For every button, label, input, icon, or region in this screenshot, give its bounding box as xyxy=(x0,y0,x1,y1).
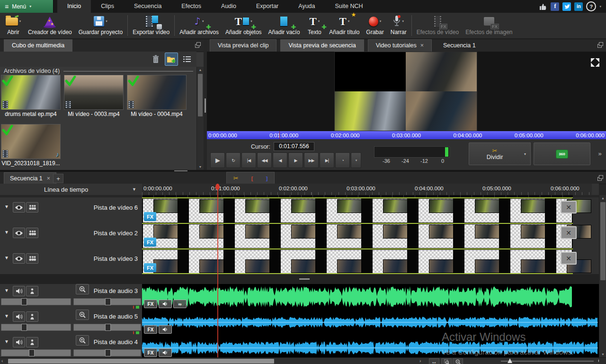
transition-icon[interactable]: ✕ xyxy=(561,226,577,239)
preview-seekbar[interactable]: 0:00:00.000 0:01:00.000 0:02:00.000 0:03… xyxy=(207,131,606,139)
timeline-header[interactable]: Línea de tiempo ▼ xyxy=(0,184,143,195)
add-sequence-button[interactable]: + xyxy=(53,174,63,183)
track-pan-slider[interactable] xyxy=(73,298,141,305)
video-clip[interactable] xyxy=(142,197,573,223)
main-menu-button[interactable]: ≡ Menú ▾ xyxy=(0,0,53,13)
media-item[interactable]: Mi vídeo - 0003.mp4 xyxy=(64,75,124,117)
cursor-time-field[interactable]: 0:01:07.556 xyxy=(274,142,314,151)
undock-panel-icon[interactable] xyxy=(597,175,603,181)
split-button[interactable]: ✂ Dividir xyxy=(469,142,521,165)
tab-suite-nch[interactable]: Suite NCH xyxy=(325,0,373,13)
track-visibility-button[interactable] xyxy=(13,253,25,264)
add-media-folder-button[interactable] xyxy=(165,53,178,66)
add-blank-button[interactable]: + Añadir vacío xyxy=(265,13,303,38)
tracks-scrollbar[interactable]: ▲ ▼ xyxy=(599,195,606,357)
track-group-button[interactable] xyxy=(26,253,38,264)
step-forward-button[interactable]: ▶ xyxy=(288,152,303,168)
open-button[interactable]: ▾ Abrir xyxy=(2,13,25,38)
close-icon[interactable]: × xyxy=(47,175,50,182)
split-dropdown[interactable]: ▾ xyxy=(520,142,531,165)
track-solo-button[interactable] xyxy=(26,286,38,296)
linkedin-icon[interactable]: in xyxy=(574,2,583,11)
playback-options-dropdown[interactable]: ▾ xyxy=(351,152,361,168)
playhead-line[interactable] xyxy=(217,184,218,357)
hscroll-thumb[interactable] xyxy=(8,359,274,364)
collapse-track-icon[interactable]: ▼ xyxy=(4,313,9,319)
scroll-up-icon[interactable]: ▲ xyxy=(197,67,204,73)
tab-audio[interactable]: Audio xyxy=(211,0,246,13)
tab-clip-preview[interactable]: Vista previa del clip xyxy=(210,39,276,52)
fx-badge[interactable]: FX xyxy=(144,348,157,357)
tab-ayuda[interactable]: Ayuda xyxy=(288,0,325,13)
zoom-out-button[interactable] xyxy=(453,358,463,364)
collapse-track-icon[interactable]: ▼ xyxy=(4,288,9,293)
track-mute-button[interactable] xyxy=(13,286,25,296)
undock-panel-icon[interactable] xyxy=(597,42,603,48)
link-badge[interactable]: ∞ xyxy=(173,300,187,308)
tab-clips[interactable]: Clips xyxy=(91,0,124,13)
tab-video-tutorials[interactable]: Video tutoriales× xyxy=(368,39,432,52)
more-tools-chevron[interactable]: » xyxy=(596,142,604,164)
twitter-icon[interactable] xyxy=(562,2,571,11)
track-pan-slider[interactable] xyxy=(73,324,141,331)
split-clip-icon[interactable]: ✂ xyxy=(233,175,239,181)
zoom-slider[interactable] xyxy=(501,361,594,362)
fx-badge[interactable]: FX xyxy=(144,263,156,272)
fit-to-window-button[interactable]: ↔ xyxy=(429,358,439,364)
audio-track-content[interactable]: FX xyxy=(142,310,599,335)
scroll-left-icon[interactable]: ‹ xyxy=(1,358,3,364)
fx-badge[interactable]: FX xyxy=(144,300,157,308)
add-files-button[interactable]: ♪+▾ Añadir archivos xyxy=(176,13,222,38)
tab-sequence[interactable]: Secuencia 1 × xyxy=(4,172,56,184)
mark-in-icon[interactable]: [ xyxy=(251,176,253,181)
media-bin-scrollbar[interactable]: ▲ ▼ xyxy=(196,67,204,170)
video-360-button[interactable]: 360 xyxy=(534,142,590,165)
add-title-button[interactable]: T★▾ Añadir título xyxy=(326,13,363,38)
track-mute-button[interactable] xyxy=(13,311,25,322)
speaker-badge[interactable] xyxy=(159,300,172,308)
scroll-up-icon[interactable]: ▲ xyxy=(599,195,606,201)
tab-secuencia[interactable]: Secuencia xyxy=(124,0,171,13)
delete-media-button[interactable] xyxy=(149,53,162,66)
tab-sequence-1[interactable]: Secuencia 1 xyxy=(436,40,483,52)
zoom-track-button[interactable] xyxy=(76,284,89,294)
fx-badge[interactable]: FX xyxy=(144,212,156,221)
collapse-track-icon[interactable]: ▼ xyxy=(4,339,9,344)
tab-sequence-preview[interactable]: Vista previa de secuencia xyxy=(280,39,364,52)
playback-speed-button[interactable]: ◔ xyxy=(335,152,350,168)
add-objects-button[interactable]: T+▾ Añadir objetos xyxy=(222,13,265,38)
transition-icon[interactable]: ✕ xyxy=(561,252,577,265)
transition-icon[interactable]: ✕ xyxy=(561,201,577,213)
record-button[interactable]: ▾ Grabar xyxy=(363,13,387,38)
track-group-button[interactable] xyxy=(26,202,38,213)
list-view-button[interactable] xyxy=(180,53,194,66)
zoom-selection-button[interactable] xyxy=(441,358,452,364)
track-volume-slider[interactable] xyxy=(1,349,71,356)
collapse-track-icon[interactable]: ▼ xyxy=(4,204,9,209)
fullscreen-icon[interactable] xyxy=(590,57,600,68)
previous-clip-button[interactable]: ◀◀ xyxy=(257,152,272,168)
track-pan-slider[interactable] xyxy=(73,349,141,356)
fx-badge[interactable]: FX xyxy=(144,325,157,334)
step-back-button[interactable]: ◀ xyxy=(273,152,287,168)
video-track-content[interactable]: FX ✕ xyxy=(142,249,599,274)
fx-badge[interactable]: FX xyxy=(144,238,156,247)
video-clip[interactable] xyxy=(142,223,573,249)
help-dropdown-icon[interactable]: ▾ xyxy=(599,5,601,9)
media-item[interactable]: Mi vídeo - 0004.mp4 xyxy=(127,75,187,117)
tab-inicio[interactable]: Inicio xyxy=(57,0,91,13)
track-group-button[interactable] xyxy=(26,228,38,238)
thumbs-up-icon[interactable] xyxy=(539,2,547,11)
track-solo-button[interactable] xyxy=(26,311,38,322)
video-effects-button[interactable]: FX Efectos de vídeo xyxy=(413,13,462,38)
playhead-marker[interactable] xyxy=(215,184,220,190)
track-mute-button[interactable] xyxy=(13,337,25,347)
media-item[interactable]: ♪ VID_20231018_1819... xyxy=(1,124,61,167)
scroll-right-icon[interactable]: › xyxy=(419,358,421,364)
tab-exportar[interactable]: Exportar xyxy=(246,0,288,13)
collapse-track-icon[interactable]: ▼ xyxy=(4,230,9,235)
scroll-down-icon[interactable]: ▼ xyxy=(599,351,606,357)
zoom-track-button[interactable] xyxy=(76,335,89,346)
scroll-down-icon[interactable]: ▼ xyxy=(197,164,204,170)
zoom-slider-thumb[interactable] xyxy=(508,358,512,363)
